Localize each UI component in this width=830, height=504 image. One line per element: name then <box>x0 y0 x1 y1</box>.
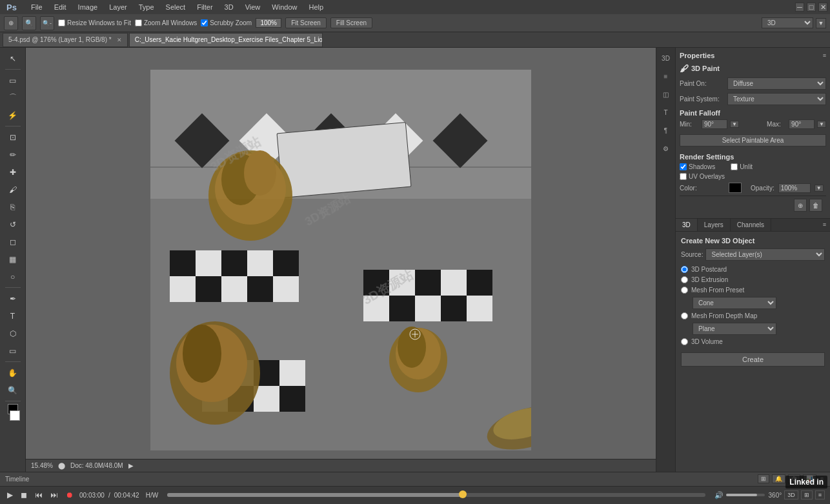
volume-radio[interactable] <box>681 338 688 345</box>
type-icon[interactable]: T <box>658 105 674 120</box>
zoom-all-check[interactable]: Zoom All Windows <box>135 19 197 26</box>
tab-file-2[interactable]: C:_Users_Kacie Hultgren_Desktop_Exercise… <box>129 33 323 47</box>
pen-tool[interactable]: ✒ <box>3 290 23 307</box>
lasso-tool[interactable]: ⌒ <box>3 90 23 106</box>
tab-file-1[interactable]: 5-4.psd @ 176% (Layer 1, RGB/8) * ✕ <box>3 33 128 47</box>
timeline-icon-1[interactable]: ⊞ <box>758 474 769 483</box>
close-button[interactable]: ✕ <box>818 3 827 12</box>
timeline-settings-icon[interactable]: ≡ <box>815 490 825 499</box>
history-brush-tool[interactable]: ↺ <box>3 216 23 232</box>
timeline-grid-icon[interactable]: ⊞ <box>801 490 813 499</box>
properties-collapse[interactable]: ≡ <box>823 52 826 59</box>
cone-dropdown[interactable]: Cone <box>693 297 776 309</box>
fit-screen-button[interactable]: Fit Screen <box>285 17 327 28</box>
max-arrow[interactable]: ▼ <box>817 121 826 128</box>
color-swatch[interactable] <box>729 183 742 193</box>
timeline-bar[interactable] <box>167 493 705 497</box>
source-dropdown[interactable]: Selected Layer(s) <box>705 248 825 261</box>
workspace-arrow[interactable]: ▼ <box>816 18 826 28</box>
crop-tool[interactable]: ⊡ <box>3 129 23 145</box>
menu-file[interactable]: File <box>26 2 48 12</box>
opacity-arrow[interactable]: ▼ <box>815 185 824 192</box>
menu-edit[interactable]: Edit <box>49 2 72 12</box>
menu-help[interactable]: Help <box>303 2 329 12</box>
menu-window[interactable]: Window <box>267 2 302 12</box>
type-tool[interactable]: T <box>3 308 23 324</box>
opacity-input[interactable] <box>778 183 811 193</box>
record-button[interactable]: ⏺ <box>64 490 76 499</box>
create-button[interactable]: Create <box>681 352 825 367</box>
timeline-thumb[interactable] <box>459 490 467 498</box>
shape-tool[interactable]: ▭ <box>3 343 23 359</box>
zoom-input[interactable] <box>256 18 281 28</box>
layers-collapse[interactable]: ≡ <box>819 219 830 231</box>
tab-channels[interactable]: Channels <box>731 219 771 231</box>
eyedropper-tool[interactable]: ✏ <box>3 146 23 163</box>
stop-button[interactable]: ◼ <box>19 490 29 499</box>
delete-icon[interactable]: 🗑 <box>809 199 822 212</box>
healing-tool[interactable]: ✚ <box>3 164 23 180</box>
mesh-preset-radio[interactable] <box>681 287 688 294</box>
menu-type[interactable]: Type <box>134 2 159 12</box>
fill-screen-button[interactable]: Fill Screen <box>330 17 372 28</box>
max-input[interactable] <box>789 119 815 129</box>
play-button[interactable]: ▶ <box>5 490 15 499</box>
tab-3d[interactable]: 3D <box>676 219 698 231</box>
minimize-button[interactable]: ─ <box>795 3 804 12</box>
layers-icon[interactable]: ≡ <box>658 68 674 84</box>
menu-select[interactable]: Select <box>161 2 191 12</box>
tab-layers[interactable]: Layers <box>698 219 731 231</box>
new-layer-icon[interactable]: ⊕ <box>794 199 807 212</box>
depth-map-radio[interactable] <box>681 312 688 319</box>
menu-view[interactable]: View <box>240 2 266 12</box>
brush-tool[interactable]: 🖌 <box>3 181 23 197</box>
min-input[interactable] <box>702 119 727 129</box>
path-tool[interactable]: ⬡ <box>3 325 23 341</box>
eraser-tool[interactable]: ◻ <box>3 234 23 250</box>
menu-image[interactable]: Image <box>73 2 103 12</box>
hand-tool[interactable]: ✋ <box>3 365 23 381</box>
timeline-icon-2[interactable]: 🔔 <box>772 474 785 483</box>
selection-tool[interactable]: ▭ <box>3 72 23 88</box>
right-panel-container: Properties ≡ 🖌 3D Paint Paint On: Diffus… <box>675 48 830 472</box>
zoom-tool[interactable]: 🔍 <box>3 382 23 398</box>
scrubby-zoom-check[interactable]: Scrubby Zoom <box>201 19 252 26</box>
3d-label[interactable]: 3D <box>784 490 798 499</box>
menu-3d[interactable]: 3D <box>219 2 239 12</box>
workspace-dropdown[interactable]: 3D <box>762 17 813 28</box>
menu-filter[interactable]: Filter <box>192 2 218 12</box>
shadows-check[interactable]: Shadows <box>680 163 715 170</box>
postcard-radio[interactable] <box>681 266 688 273</box>
background-color[interactable] <box>10 410 20 421</box>
zoom-icon[interactable]: ⬤ <box>58 462 65 469</box>
volume-bar[interactable] <box>726 494 765 496</box>
restore-button[interactable]: □ <box>807 3 816 12</box>
volume-icon[interactable]: 🔊 <box>714 491 724 499</box>
plane-dropdown[interactable]: Plane <box>693 323 776 335</box>
zoom-in-icon[interactable]: 🔍 <box>22 16 36 30</box>
resize-windows-check[interactable]: Resize Windows to Fit <box>58 19 131 26</box>
uv-overlays-check[interactable]: UV Overlays <box>680 173 725 180</box>
paragraph-icon[interactable]: ¶ <box>658 123 674 138</box>
tool-options-icon[interactable]: ⊕ <box>4 16 18 30</box>
settings-icon[interactable]: ⚙ <box>658 141 674 156</box>
menu-layer[interactable]: Layer <box>104 2 132 12</box>
tab-close-1[interactable]: ✕ <box>117 37 122 43</box>
clone-tool[interactable]: ⎘ <box>3 199 23 215</box>
paint-system-dropdown[interactable]: Texture <box>727 93 826 105</box>
magic-wand-tool[interactable]: ⚡ <box>3 107 23 123</box>
playhead-icon[interactable]: ▶ <box>128 462 134 469</box>
prev-frame-button[interactable]: ⏮ <box>33 490 45 499</box>
channels-icon[interactable]: ◫ <box>658 86 674 102</box>
select-paintable-button[interactable]: Select Paintable Area <box>680 134 826 146</box>
dodge-tool[interactable]: ○ <box>3 268 23 285</box>
3d-panel-icon[interactable]: 3D <box>658 50 674 66</box>
move-tool[interactable]: ↖ <box>3 50 23 66</box>
paint-on-dropdown[interactable]: Diffuse <box>727 77 826 90</box>
gradient-tool[interactable]: ▦ <box>3 251 23 267</box>
next-frame-button[interactable]: ⏭ <box>48 490 60 499</box>
min-arrow[interactable]: ▼ <box>730 121 739 128</box>
unlit-check[interactable]: Unlit <box>731 163 753 170</box>
zoom-out-icon[interactable]: 🔍- <box>40 16 54 30</box>
extrusion-radio[interactable] <box>681 276 688 283</box>
